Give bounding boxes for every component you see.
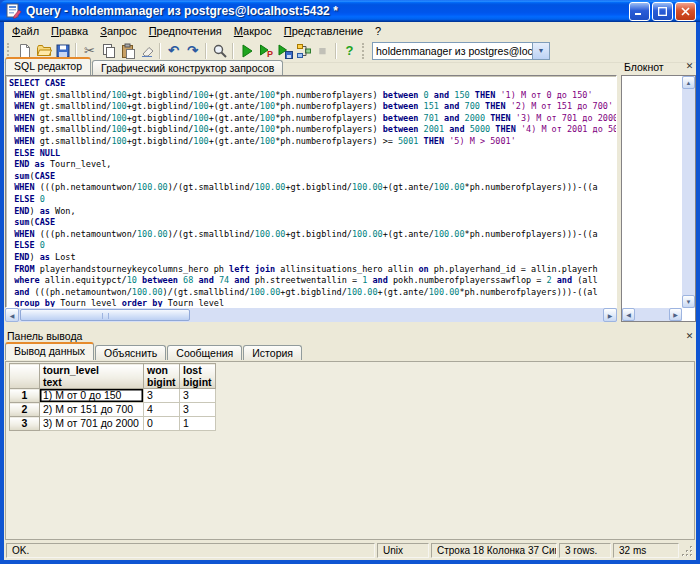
grid-corner-cell[interactable]: [10, 364, 40, 389]
svg-text:P: P: [267, 49, 273, 59]
combo-gripper[interactable]: [362, 43, 367, 59]
scroll-down-icon: ▼: [686, 299, 692, 305]
grid-cell[interactable]: 1: [180, 417, 216, 431]
tab-output-0[interactable]: Вывод данных: [5, 342, 94, 360]
code-line: WHEN gt.smallblind/100+gt.bigblind/100+(…: [9, 136, 616, 148]
status-duration: 32 ms: [613, 543, 679, 558]
execute-query-button[interactable]: [237, 41, 256, 60]
menu-item-6[interactable]: ?: [369, 24, 387, 38]
scroll-right-button[interactable]: ▶: [603, 308, 617, 322]
tab-editor-0[interactable]: SQL редактор: [5, 57, 91, 75]
tab-output-1[interactable]: Объяснить: [95, 345, 166, 360]
maximize-icon: [658, 7, 667, 16]
sql-editor[interactable]: SELECT CASE WHEN gt.smallblind/100+gt.bi…: [5, 75, 617, 308]
execute-to-file-button[interactable]: [275, 41, 294, 60]
editor-hscroll-thumb[interactable]: [20, 309, 190, 321]
grid-cell[interactable]: 4: [144, 403, 180, 417]
window-body: ФайлПравкаЗапросПредпочтенияМакросПредст…: [4, 22, 696, 560]
code-line: WHEN gt.smallblind/100+gt.bigblind/100+(…: [9, 101, 616, 113]
code-line: WHEN (((ph.netamountwon/100.00)/(gt.smal…: [9, 182, 616, 194]
chevron-down-icon: ▼: [538, 47, 545, 54]
grid-cell[interactable]: 3: [180, 403, 216, 417]
menu-item-2[interactable]: Запрос: [94, 24, 142, 38]
toolbar-separator: [335, 43, 337, 59]
status-eol-format: Unix: [377, 543, 429, 558]
scroll-down-button[interactable]: ▼: [682, 295, 695, 308]
paste-icon: [120, 43, 136, 59]
execute-to-file-icon: [277, 43, 293, 59]
statusbar: OK. Unix Строка 18 Колонка 37 Симво 3 ro…: [4, 541, 696, 560]
help-button[interactable]: ?: [340, 41, 359, 60]
code-line: END) as Lost: [9, 252, 616, 264]
explain-query-icon: [296, 43, 312, 59]
menu-item-0[interactable]: Файл: [6, 24, 45, 38]
toolbar-separator: [205, 43, 207, 59]
row-number-1[interactable]: 1: [10, 389, 40, 403]
find-button[interactable]: [210, 41, 229, 60]
grid-cell[interactable]: 2) M от 151 до 700: [40, 403, 144, 417]
app-icon: [6, 3, 22, 19]
grid-cell[interactable]: 3: [144, 389, 180, 403]
minimize-icon: [635, 7, 644, 16]
menu-item-5[interactable]: Представление: [278, 24, 369, 38]
output-tabstrip: Вывод данныхОбъяснитьСообщенияИстория: [5, 344, 303, 360]
scroll-right-button[interactable]: ▶: [669, 308, 682, 321]
close-button[interactable]: [675, 2, 696, 21]
column-header-lost[interactable]: lostbigint: [180, 364, 216, 389]
code-line: WHEN gt.smallblind/100+gt.bigblind/100+(…: [9, 124, 616, 136]
scroll-right-icon: ▶: [673, 311, 678, 318]
output-close-button[interactable]: ✕: [683, 330, 696, 343]
tab-editor-1[interactable]: Графический конструктор запросов: [92, 60, 283, 75]
redo-button[interactable]: ↷: [183, 41, 202, 60]
clear-window-button[interactable]: [137, 41, 156, 60]
scroll-left-button[interactable]: ◀: [622, 308, 635, 321]
grid-cell[interactable]: 3: [180, 389, 216, 403]
resize-grip[interactable]: [681, 543, 694, 558]
menu-item-4[interactable]: Макрос: [228, 24, 278, 38]
code-line: FROM playerhandstourneykeycolumns_hero p…: [9, 264, 616, 276]
tab-output-2[interactable]: Сообщения: [167, 345, 242, 360]
scratchpad-textarea[interactable]: ▲ ▼ ◀ ▶: [621, 75, 696, 322]
scroll-up-button[interactable]: ▲: [682, 76, 695, 89]
tab-output-3[interactable]: История: [243, 345, 302, 360]
titlebar[interactable]: Query - holdemmanager из postgres@localh…: [0, 0, 700, 22]
explain-query-button[interactable]: [294, 41, 313, 60]
execute-pgscript-button[interactable]: P: [256, 41, 275, 60]
scratchpad-hscrollbar[interactable]: ◀ ▶: [622, 308, 682, 321]
copy-button[interactable]: [99, 41, 118, 60]
menu-item-3[interactable]: Предпочтения: [143, 24, 228, 38]
table-row: 22) M от 151 до 70043: [10, 403, 216, 417]
column-header-tourn_level[interactable]: tourn_leveltext: [40, 364, 144, 389]
grid-cell[interactable]: 0: [144, 417, 180, 431]
editor-hscrollbar[interactable]: ◀ ▶: [5, 308, 617, 322]
paste-button[interactable]: [118, 41, 137, 60]
menu-item-1[interactable]: Правка: [45, 24, 94, 38]
combo-dropdown-button[interactable]: ▼: [532, 43, 549, 59]
scratchpad-vscrollbar[interactable]: ▲ ▼: [682, 76, 695, 308]
scratchpad-close-button[interactable]: ✕: [683, 60, 696, 73]
undo-button[interactable]: ↶: [164, 41, 183, 60]
code-line: and (((ph.netamountwon/100.00)/(gt.small…: [9, 287, 616, 299]
grid-header-row: tourn_leveltextwonbigintlostbigint: [10, 364, 216, 389]
code-line: ELSE 0: [9, 194, 616, 206]
scroll-up-icon: ▲: [686, 80, 692, 86]
row-number-3[interactable]: 3: [10, 417, 40, 431]
cancel-query-icon: ■: [319, 44, 327, 57]
results-grid-body: tourn_leveltextwonbigintlostbigint11) M …: [10, 364, 216, 431]
status-row-count: 3 rows.: [559, 543, 611, 558]
status-cursor-position: Строка 18 Колонка 37 Симво: [431, 543, 557, 558]
minimize-button[interactable]: [629, 2, 650, 21]
row-number-2[interactable]: 2: [10, 403, 40, 417]
scroll-left-button[interactable]: ◀: [5, 308, 19, 322]
code-line: END) as Won,: [9, 206, 616, 218]
maximize-button[interactable]: [652, 2, 673, 21]
column-header-won[interactable]: wonbigint: [144, 364, 180, 389]
grid-cell[interactable]: 3) M от 701 до 2000: [40, 417, 144, 431]
grid-cell[interactable]: 1) M от 0 до 150: [40, 389, 144, 403]
cancel-query-button[interactable]: ■: [313, 41, 332, 60]
help-icon: ?: [346, 44, 354, 57]
results-grid: tourn_leveltextwonbigintlostbigint11) M …: [9, 363, 216, 431]
menubar: ФайлПравкаЗапросПредпочтенияМакросПредст…: [4, 22, 696, 39]
editor-tabstrip: SQL редакторГрафический конструктор запр…: [5, 59, 284, 75]
connection-combo[interactable]: holdemmanager из postgres@localhost:5432…: [372, 42, 550, 60]
